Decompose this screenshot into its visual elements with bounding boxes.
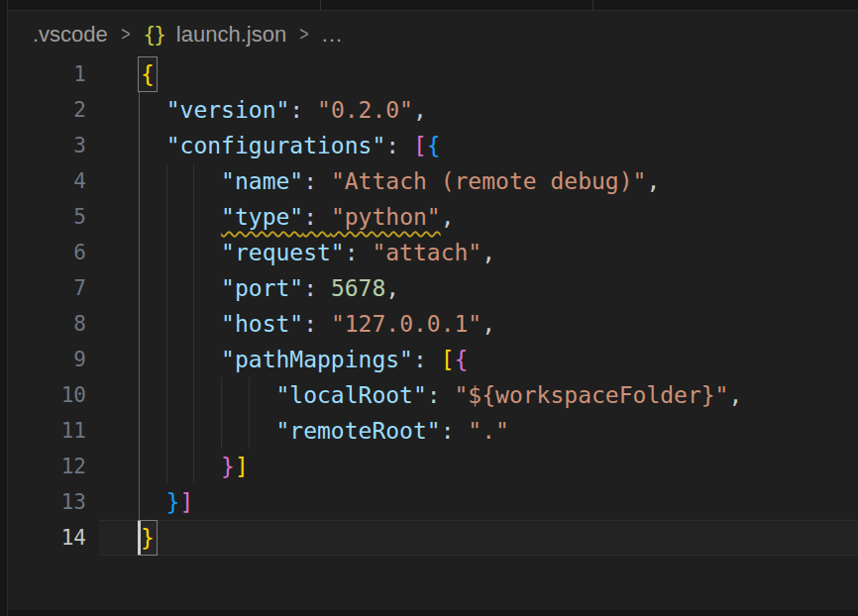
code-token: [ xyxy=(413,133,427,158)
code-token: "configurations" xyxy=(166,133,386,158)
line-number[interactable]: 8 xyxy=(9,306,99,342)
code-line[interactable]: 11 "remoteRoot": "." xyxy=(9,413,858,449)
code-line[interactable]: 2 "version": "0.2.0", xyxy=(9,92,858,128)
code-token xyxy=(139,275,221,301)
code-token: "attach" xyxy=(372,240,482,265)
code-token: : xyxy=(385,133,413,158)
window-bottom-edge xyxy=(0,610,858,616)
window-left-edge xyxy=(0,0,8,616)
code-line[interactable]: 12 }] xyxy=(9,449,858,484)
json-file-icon: {} xyxy=(144,23,164,47)
code-line[interactable]: 3 "configurations": [{ xyxy=(9,128,858,163)
code-token xyxy=(139,382,275,408)
code-token: , xyxy=(482,240,495,265)
breadcrumb: .vscode > {} launch.json > ... xyxy=(9,12,858,56)
code-content[interactable]: "port": 5678, xyxy=(99,270,858,306)
code-token: "127.0.0.1" xyxy=(331,311,482,337)
code-content[interactable]: "localRoot": "${workspaceFolder}", xyxy=(99,377,858,413)
line-number[interactable]: 2 xyxy=(9,92,99,128)
tab-separator xyxy=(592,0,593,11)
code-content[interactable]: { xyxy=(99,56,858,92)
editor-tab-bar[interactable] xyxy=(0,0,858,11)
tab-separator xyxy=(320,0,321,11)
code-content[interactable]: } xyxy=(99,520,858,556)
code-token: "request" xyxy=(221,240,345,265)
line-number[interactable]: 6 xyxy=(9,235,99,270)
code-token: : xyxy=(413,347,441,372)
code-token xyxy=(139,97,166,123)
code-line[interactable]: 13 }] xyxy=(9,484,858,520)
line-number[interactable]: 4 xyxy=(9,163,99,199)
code-content[interactable]: "request": "attach", xyxy=(99,235,858,270)
code-token: "." xyxy=(468,418,509,444)
code-content[interactable]: "version": "0.2.0", xyxy=(99,92,858,128)
code-line[interactable]: 10 "localRoot": "${workspaceFolder}", xyxy=(9,377,858,413)
code-token: [ xyxy=(441,347,455,372)
code-content[interactable]: "pathMappings": [{ xyxy=(99,342,858,377)
code-token: : xyxy=(345,240,373,265)
code-token: : xyxy=(303,168,331,194)
line-number[interactable]: 13 xyxy=(9,484,99,520)
line-number[interactable]: 10 xyxy=(9,377,99,413)
code-content[interactable]: "host": "127.0.0.1", xyxy=(99,306,858,342)
code-line[interactable]: 8 "host": "127.0.0.1", xyxy=(9,306,858,342)
line-number[interactable]: 12 xyxy=(9,449,99,484)
code-content[interactable]: "type": "python", xyxy=(99,199,858,235)
code-token: , xyxy=(646,168,660,194)
code-token: "localRoot" xyxy=(275,382,426,408)
line-number[interactable]: 5 xyxy=(9,199,99,235)
code-token: } xyxy=(166,489,180,515)
code-token: , xyxy=(728,382,742,408)
line-number[interactable]: 3 xyxy=(9,128,99,163)
code-token: { xyxy=(455,347,469,372)
code-line[interactable]: 1{ xyxy=(9,56,858,92)
code-token: "pathMappings" xyxy=(221,347,413,372)
code-line[interactable]: 9 "pathMappings": [{ xyxy=(9,342,858,377)
code-token: , xyxy=(413,97,427,123)
code-token xyxy=(139,204,221,230)
code-line[interactable]: 14} xyxy=(9,520,858,556)
code-content[interactable]: "name": "Attach (remote debug)", xyxy=(99,163,858,199)
code-token: : xyxy=(289,97,317,123)
chevron-right-icon: > xyxy=(299,23,308,46)
code-token: "version" xyxy=(166,97,290,123)
code-token: "host" xyxy=(221,311,303,337)
line-number[interactable]: 9 xyxy=(9,342,99,377)
code-content[interactable]: }] xyxy=(99,449,858,484)
code-token: : xyxy=(303,311,331,337)
code-token xyxy=(139,454,221,479)
chevron-right-icon: > xyxy=(121,23,130,46)
code-token: : xyxy=(441,418,469,444)
code-token: "python" xyxy=(331,204,441,230)
breadcrumb-symbol-ellipsis[interactable]: ... xyxy=(322,22,343,48)
breadcrumb-file[interactable]: launch.json xyxy=(176,22,286,48)
code-token: ] xyxy=(235,454,249,479)
code-token: } xyxy=(221,454,235,479)
editor[interactable]: 1{2 "version": "0.2.0",3 "configurations… xyxy=(9,56,858,610)
code-token: "${workspaceFolder}" xyxy=(455,382,729,408)
code-token: "port" xyxy=(221,275,303,301)
code-token xyxy=(139,168,221,194)
code-line[interactable]: 7 "port": 5678, xyxy=(9,270,858,306)
code-content[interactable]: }] xyxy=(99,484,858,520)
code-token: , xyxy=(385,275,399,301)
code-token: : xyxy=(303,275,331,301)
code-token xyxy=(139,489,166,515)
code-line[interactable]: 5 "type": "python", xyxy=(9,199,858,235)
matched-bracket: { xyxy=(139,57,157,91)
line-number[interactable]: 14 xyxy=(9,520,99,556)
code-content[interactable]: "configurations": [{ xyxy=(99,128,858,163)
code-token xyxy=(139,240,221,265)
code-token xyxy=(139,311,221,337)
code-line[interactable]: 6 "request": "attach", xyxy=(9,235,858,270)
breadcrumb-folder[interactable]: .vscode xyxy=(33,22,108,48)
code-token: : xyxy=(303,204,331,230)
line-number[interactable]: 1 xyxy=(9,56,99,92)
matched-bracket: } xyxy=(139,521,157,555)
vscode-editor-window: .vscode > {} launch.json > ... 1{2 "vers… xyxy=(0,0,858,616)
line-number[interactable]: 7 xyxy=(9,270,99,306)
code-content[interactable]: "remoteRoot": "." xyxy=(99,413,858,449)
line-number[interactable]: 11 xyxy=(9,413,99,449)
text-cursor xyxy=(138,521,141,555)
code-line[interactable]: 4 "name": "Attach (remote debug)", xyxy=(9,163,858,199)
